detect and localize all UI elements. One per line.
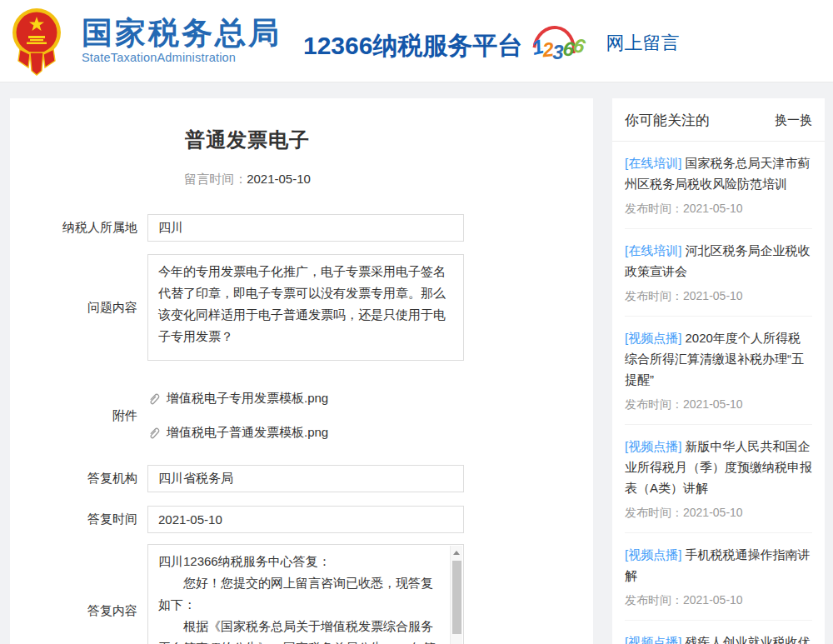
item-date-label: 发布时间： bbox=[625, 202, 683, 215]
row-reply-content: 答复内容 四川12366纳税服务中心答复： 您好！您提交的网上留言咨询已收悉，现… bbox=[10, 544, 593, 644]
paperclip-icon bbox=[147, 392, 161, 406]
item-title: [在线培训] 国家税务总局天津市蓟州区税务局税收风险防范培训 bbox=[625, 152, 812, 194]
recommendations-sidebar: 你可能关注的 换一换 [在线培训] 国家税务总局天津市蓟州区税务局税收风险防范培… bbox=[612, 98, 825, 644]
item-date: 发布时间：2021-05-10 bbox=[625, 397, 812, 412]
reply-org-input[interactable]: 四川省税务局 bbox=[147, 465, 464, 492]
taxpayer-region-label: 纳税人所属地 bbox=[10, 220, 147, 236]
sidebar-title: 你可能关注的 bbox=[625, 111, 710, 130]
attachment-list: 增值税电子专用发票模板.png 增值税电子普通发票模板.png bbox=[147, 381, 464, 451]
row-reply-time: 答复时间 2021-05-10 bbox=[10, 506, 593, 533]
question-content-textarea[interactable]: 今年的专用发票电子化推广，电子专票采用电子签名代替了印章，即电子专票可以没有发票… bbox=[147, 254, 464, 361]
item-title: [视频点播] 残疾人创业就业税收优惠政策讲解 bbox=[625, 632, 812, 644]
reply-scrollbar[interactable] bbox=[450, 546, 462, 644]
badge-digits: 12366 bbox=[527, 36, 587, 59]
attachment-filename: 增值税电子普通发票模板.png bbox=[167, 425, 328, 441]
reply-time-label: 答复时间 bbox=[10, 512, 147, 527]
refresh-list-button[interactable]: 换一换 bbox=[775, 112, 812, 128]
row-attachments: 附件 增值税电子专用发票模板.png 增值税电子普通发票模板.png bbox=[10, 381, 593, 451]
attachment-link[interactable]: 增值税电子专用发票模板.png bbox=[147, 386, 464, 412]
paperclip-icon bbox=[147, 427, 161, 440]
item-date-value: 2021-05-10 bbox=[683, 289, 743, 302]
org-name-cn: 国家税务总局 bbox=[82, 17, 282, 50]
sidebar-list-item[interactable]: [视频点播] 手机税税通操作指南讲解 发布时间：2021-05-10 bbox=[625, 533, 812, 621]
item-tag: [在线培训] bbox=[625, 156, 681, 170]
item-date: 发布时间：2021-05-10 bbox=[625, 289, 812, 304]
row-question-content: 问题内容 今年的专用发票电子化推广，电子专票采用电子签名代替了印章，即电子专票可… bbox=[10, 254, 593, 361]
reply-content-textarea[interactable]: 四川12366纳税服务中心答复： 您好！您提交的网上留言咨询已收悉，现答复如下：… bbox=[147, 544, 464, 644]
item-title: [视频点播] 新版中华人民共和国企业所得税月（季）度预缴纳税申报表（A类）讲解 bbox=[625, 436, 812, 498]
message-title: 普通发票电子 bbox=[10, 127, 593, 153]
item-date-value: 2021-05-10 bbox=[683, 397, 743, 411]
reply-time-input[interactable]: 2021-05-10 bbox=[147, 506, 464, 533]
scrollbar-thumb[interactable] bbox=[452, 561, 461, 634]
attachment-link[interactable]: 增值税电子普通发票模板.png bbox=[147, 420, 464, 446]
item-date: 发布时间：2021-05-10 bbox=[625, 593, 812, 608]
message-detail-panel: 普通发票电子 留言时间：2021-05-10 纳税人所属地 四川 问题内容 今年… bbox=[10, 98, 593, 644]
row-taxpayer-region: 纳税人所属地 四川 bbox=[10, 214, 593, 242]
taxpayer-region-input[interactable]: 四川 bbox=[147, 214, 464, 242]
reply-content-text: 四川12366纳税服务中心答复： 您好！您提交的网上留言咨询已收悉，现答复如下：… bbox=[158, 551, 440, 644]
item-date-value: 2021-05-10 bbox=[683, 202, 743, 215]
sidebar-list-item[interactable]: [视频点播] 2020年度个人所得税综合所得汇算清缴退补税办理“五提醒” 发布时… bbox=[625, 317, 812, 425]
item-title: [在线培训] 河北区税务局企业税收政策宣讲会 bbox=[625, 240, 812, 282]
platform-name: 12366纳税服务平台 bbox=[303, 29, 522, 63]
scroll-up-arrow-icon[interactable] bbox=[451, 546, 462, 559]
row-reply-org: 答复机构 四川省税务局 bbox=[10, 465, 593, 492]
message-time-value: 2021-05-10 bbox=[247, 172, 311, 186]
item-tag: [视频点播] bbox=[625, 331, 681, 345]
item-title: [视频点播] 手机税税通操作指南讲解 bbox=[625, 544, 812, 586]
org-name-block: 国家税务总局 StateTaxationAdministration bbox=[82, 17, 282, 65]
item-title: [视频点播] 2020年度个人所得税综合所得汇算清缴退补税办理“五提醒” bbox=[625, 327, 812, 390]
message-time-label: 留言时间： bbox=[184, 172, 247, 186]
reply-content-label: 答复内容 bbox=[10, 603, 147, 619]
badge-12366-logo: 12366 bbox=[527, 24, 587, 66]
item-tag: [在线培训] bbox=[625, 243, 681, 257]
sidebar-list-item[interactable]: [视频点播] 新版中华人民共和国企业所得税月（季）度预缴纳税申报表（A类）讲解 … bbox=[625, 425, 812, 533]
item-tag: [视频点播] bbox=[625, 547, 681, 562]
badge-digit: 3 bbox=[552, 41, 562, 64]
message-time-line: 留言时间：2021-05-10 bbox=[10, 172, 593, 187]
national-emblem-logo bbox=[12, 6, 62, 76]
attachments-label: 附件 bbox=[10, 408, 147, 424]
item-tag: [视频点播] bbox=[625, 439, 681, 453]
item-date-value: 2021-05-10 bbox=[683, 593, 743, 607]
item-date: 发布时间：2021-05-10 bbox=[625, 202, 812, 217]
item-date-label: 发布时间： bbox=[625, 593, 683, 607]
message-form: 纳税人所属地 四川 问题内容 今年的专用发票电子化推广，电子专票采用电子签名代替… bbox=[10, 214, 593, 644]
sidebar-header: 你可能关注的 换一换 bbox=[612, 98, 825, 142]
item-date: 发布时间：2021-05-10 bbox=[625, 506, 812, 521]
item-date-label: 发布时间： bbox=[625, 506, 683, 519]
sidebar-list-item[interactable]: [在线培训] 国家税务总局天津市蓟州区税务局税收风险防范培训 发布时间：2021… bbox=[625, 142, 812, 229]
item-date-value: 2021-05-10 bbox=[683, 506, 743, 519]
sidebar-list-item[interactable]: [视频点播] 残疾人创业就业税收优惠政策讲解 发布时间：2021-05-10 bbox=[625, 621, 812, 644]
sidebar-list-item[interactable]: [在线培训] 河北区税务局企业税收政策宣讲会 发布时间：2021-05-10 bbox=[625, 229, 812, 317]
badge-digit: 6 bbox=[571, 33, 587, 58]
item-date-label: 发布时间： bbox=[625, 397, 683, 411]
attachment-filename: 增值税电子专用发票模板.png bbox=[167, 391, 328, 407]
reply-org-label: 答复机构 bbox=[10, 471, 147, 487]
site-header: 国家税务总局 StateTaxationAdministration 12366… bbox=[0, 0, 833, 82]
nav-online-message[interactable]: 网上留言 bbox=[606, 31, 679, 56]
item-date-label: 发布时间： bbox=[625, 289, 683, 302]
question-content-label: 问题内容 bbox=[10, 300, 147, 316]
sidebar-list: [在线培训] 国家税务总局天津市蓟州区税务局税收风险防范培训 发布时间：2021… bbox=[612, 142, 825, 644]
item-tag: [视频点播] bbox=[625, 635, 681, 644]
org-name-en: StateTaxationAdministration bbox=[82, 51, 282, 64]
